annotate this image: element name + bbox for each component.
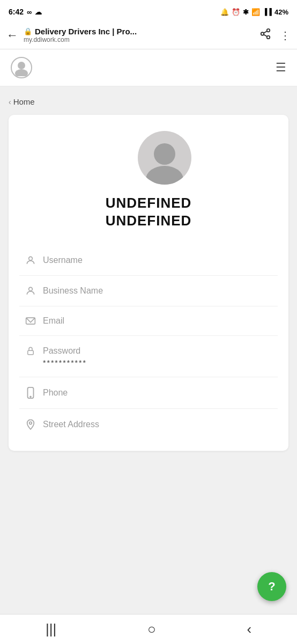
browser-menu-icon[interactable]: ⋮ — [280, 29, 291, 42]
browser-domain: my.ddiwork.com — [24, 36, 254, 43]
nav-avatar[interactable] — [11, 57, 32, 78]
browser-back-button[interactable]: ← — [6, 28, 18, 42]
svg-line-3 — [264, 34, 267, 36]
person2-icon — [25, 286, 36, 296]
email-label: Email — [43, 316, 64, 326]
hamburger-menu-icon[interactable]: ☰ — [276, 61, 286, 75]
form-fields: Username Business Name — [19, 245, 278, 440]
svg-point-5 — [18, 62, 25, 69]
phone-label: Phone — [43, 388, 68, 398]
username-label: Username — [43, 255, 83, 265]
share-icon[interactable] — [259, 28, 271, 42]
profile-avatar[interactable] — [138, 131, 191, 185]
svg-point-15 — [29, 422, 32, 425]
svg-point-10 — [29, 287, 33, 291]
profile-avatar-container — [35, 131, 294, 185]
help-icon: ? — [268, 580, 275, 594]
status-bar: 6:42 ∞ ☁ 🔔 ⏰ ✱ 📶 ▐▐ 42% — [0, 0, 297, 21]
breadcrumb-home-label: Home — [13, 97, 35, 106]
profile-card: UNDEFINEDUNDEFINED Username — [9, 115, 288, 451]
username-field[interactable]: Username — [19, 245, 278, 276]
breadcrumb-chevron-icon: ‹ — [9, 98, 11, 106]
status-icons: 🔔 ⏰ ✱ 📶 ▐▐ 42% — [220, 8, 288, 16]
phone-icon — [25, 387, 36, 399]
lock-icon: 🔒 — [24, 27, 32, 35]
alarm-icon: 🔔 — [220, 8, 229, 16]
wifi-icon: 📶 — [251, 8, 260, 16]
main-area: ‹ Home UNDEFINEDUNDEFINED — [0, 86, 297, 467]
location-icon — [25, 419, 36, 430]
help-fab-button[interactable]: ? — [257, 572, 286, 601]
svg-point-6 — [15, 69, 28, 76]
email-field[interactable]: Email — [19, 306, 278, 336]
street-address-field[interactable]: Street Address — [19, 409, 278, 440]
password-label: Password — [43, 346, 80, 356]
svg-point-8 — [146, 166, 183, 185]
clock-icon: ⏰ — [232, 8, 240, 16]
svg-rect-12 — [28, 350, 34, 355]
top-nav: ☰ — [0, 49, 297, 86]
lock-icon — [25, 346, 36, 356]
business-name-field[interactable]: Business Name — [19, 276, 278, 306]
browser-url-block[interactable]: 🔒 Delivery Drivers Inc | Pro... my.ddiwo… — [24, 27, 254, 43]
street-address-label: Street Address — [43, 420, 99, 429]
svg-line-4 — [264, 31, 267, 33]
profile-name: UNDEFINEDUNDEFINED — [19, 194, 278, 229]
email-icon — [25, 316, 36, 326]
browser-bar: ← 🔒 Delivery Drivers Inc | Pro... my.ddi… — [0, 21, 297, 49]
business-name-label: Business Name — [43, 286, 103, 296]
page-content: ☰ ‹ Home UNDEFINEDUNDEFINED — [0, 49, 297, 644]
phone-field[interactable]: Phone — [19, 377, 278, 409]
bottom-nav-home[interactable]: ○ — [147, 621, 156, 638]
bottom-nav: ||| ○ ‹ — [0, 614, 297, 644]
signal-icon: ▐▐ — [263, 8, 272, 16]
breadcrumb[interactable]: ‹ Home — [9, 97, 288, 106]
svg-point-14 — [30, 396, 31, 397]
password-field[interactable]: Password *********** — [19, 336, 278, 377]
password-value: *********** — [25, 358, 87, 367]
bottom-nav-recent-apps[interactable]: ||| — [46, 621, 56, 638]
browser-title: 🔒 Delivery Drivers Inc | Pro... — [24, 27, 254, 36]
bluetooth-icon: ✱ — [243, 8, 249, 16]
svg-point-7 — [154, 143, 175, 165]
person-icon — [25, 255, 36, 266]
svg-point-9 — [29, 257, 33, 260]
browser-actions: ⋮ — [259, 28, 291, 42]
bottom-nav-back[interactable]: ‹ — [247, 621, 251, 638]
status-time: 6:42 ∞ ☁ — [9, 8, 42, 16]
battery-icon: 42% — [274, 8, 288, 16]
